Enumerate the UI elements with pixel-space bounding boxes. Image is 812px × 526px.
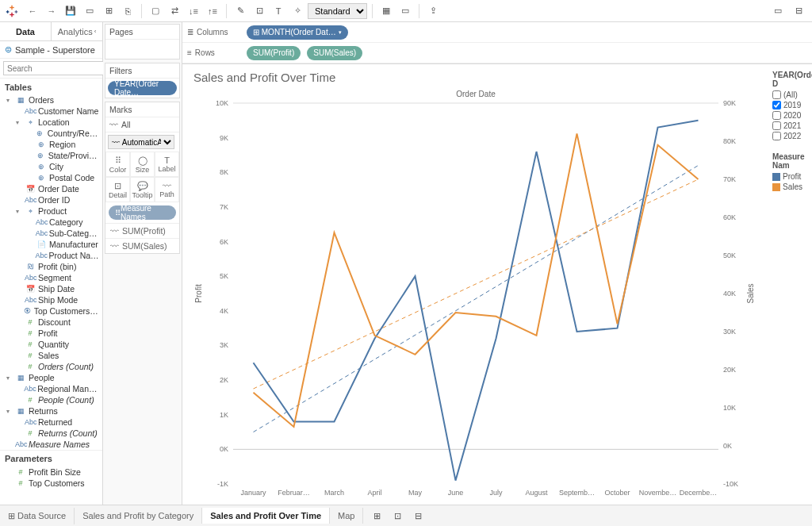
svg-text:Profit: Profit [194, 284, 203, 303]
field-profit-bin-[interactable]: ₪Profit (bin) [0, 261, 102, 272]
datasource-row[interactable]: ⊜ Sample - Superstore [0, 41, 102, 59]
filters-card[interactable]: Filters YEAR(Order Date… [105, 63, 180, 98]
field-postal-code[interactable]: ⊕Postal Code [0, 172, 102, 183]
field-sales[interactable]: #Sales [0, 350, 102, 361]
field-manufacturer[interactable]: 📄Manufacturer [0, 239, 102, 250]
marks-sum-sales[interactable]: 〰SUM(Sales) [105, 238, 179, 253]
year-checkbox-(All)[interactable]: (All) [772, 90, 810, 100]
field-product-name[interactable]: AbcProduct Name [0, 250, 102, 261]
mark-path[interactable]: 〰Path [155, 177, 179, 202]
field-ship-mode[interactable]: AbcShip Mode [0, 294, 102, 305]
save-button[interactable]: 💾 [62, 2, 79, 20]
field-order-id[interactable]: AbcOrder ID [0, 194, 102, 205]
swap-button[interactable]: ⇄ [166, 2, 183, 20]
field-quantity[interactable]: #Quantity [0, 339, 102, 350]
field-profit[interactable]: #Profit [0, 328, 102, 339]
pages-card[interactable]: Pages [105, 24, 180, 60]
new-story-button[interactable]: ⊟ [409, 507, 427, 524]
sheet-tab-map[interactable]: Map [330, 508, 363, 524]
share-button[interactable]: ⇪ [424, 2, 442, 20]
present-button[interactable]: ▭ [396, 2, 414, 20]
field-customer-name[interactable]: AbcCustomer Name [0, 106, 102, 117]
guide-button[interactable]: ▭ [769, 2, 787, 20]
field-city[interactable]: ⊕City [0, 161, 102, 172]
forward-button[interactable]: → [43, 2, 60, 20]
field-measure-names[interactable]: AbcMeasure Names [0, 439, 102, 450]
field-segment[interactable]: AbcSegment [0, 272, 102, 283]
field-region[interactable]: ⊕Region [0, 139, 102, 150]
mark-tooltip[interactable]: 💬Tooltip [130, 177, 155, 202]
highlight-button[interactable]: ✎ [232, 2, 249, 20]
sort-asc-button[interactable]: ↓≡ [185, 2, 202, 20]
field-returns[interactable]: ▾▦Returns [0, 405, 102, 417]
chart-title[interactable]: Sales and Profit Over Time [190, 69, 763, 87]
svg-text:7K: 7K [220, 203, 228, 211]
svg-text:90K: 90K [723, 99, 736, 107]
measure-names-pill[interactable]: ⠿ Measure Names [109, 205, 176, 220]
columns-pill-month[interactable]: ⊞ MONTH(Order Dat…▾ [247, 25, 348, 40]
param-profit-bin-size[interactable]: #Profit Bin Size [0, 466, 102, 478]
field-country-region[interactable]: ⊕Country/Region [0, 128, 102, 139]
chart-canvas[interactable]: Order Date-1K0K1K2K3K4K5K6K7K8K9K10K-10K… [190, 87, 761, 508]
showme-panel-button[interactable]: ⊟ [790, 2, 807, 20]
svg-text:10K: 10K [216, 99, 228, 107]
new-worksheet-button[interactable]: ⊞ [100, 2, 117, 20]
marks-type-select[interactable]: 〰 AutomaticAutomatic [108, 135, 174, 149]
back-button[interactable]: ← [24, 2, 41, 20]
field-orders-count-[interactable]: #Orders (Count) [0, 361, 102, 372]
param-top-customers[interactable]: #Top Customers [0, 478, 102, 489]
tab-data-source[interactable]: ⊞ Data Source [0, 508, 75, 524]
year-checkbox-2022[interactable]: 2022 [772, 131, 810, 141]
legend-panel: YEAR(Order D (All)2019202020212022 Measu… [771, 64, 812, 514]
field-ship-date[interactable]: 📅Ship Date [0, 283, 102, 294]
svg-text:6K: 6K [220, 238, 228, 246]
fit-select[interactable]: Standard [308, 3, 367, 19]
duplicate-button[interactable]: ⎘ [119, 2, 136, 20]
mark-size[interactable]: ◯Size [130, 152, 155, 177]
field-discount[interactable]: #Discount [0, 317, 102, 328]
mark-detail[interactable]: ⊡Detail [105, 177, 130, 202]
filter-pill-year[interactable]: YEAR(Order Date… [108, 81, 177, 95]
mark-color[interactable]: ⠿Color [105, 152, 130, 177]
field-location[interactable]: ▾⌖Location [0, 117, 102, 128]
field-people[interactable]: ▾▦People [0, 372, 102, 383]
field-order-date[interactable]: 📅Order Date [0, 183, 102, 194]
new-datasource-button[interactable]: ▭ [81, 2, 98, 20]
rows-pill-profit[interactable]: SUM(Profit) [247, 46, 301, 60]
group-button[interactable]: ⊡ [251, 2, 268, 20]
marks-all[interactable]: 〰All [105, 117, 179, 132]
sort-desc-button[interactable]: ↑≡ [204, 2, 221, 20]
marks-sum-profit[interactable]: 〰SUM(Profit) [105, 223, 179, 238]
field-sub-category[interactable]: AbcSub-Category [0, 228, 102, 239]
search-input[interactable] [3, 61, 120, 75]
sheet-tab-sales-and-profit-over-time[interactable]: Sales and Profit Over Time [202, 508, 330, 524]
labels-button[interactable]: T [270, 2, 287, 20]
year-checkbox-2019[interactable]: 2019 [772, 100, 810, 110]
showme-button[interactable]: ▦ [377, 2, 395, 20]
year-checkbox-2020[interactable]: 2020 [772, 110, 810, 121]
field-returns-count-[interactable]: #Returns (Count) [0, 428, 102, 439]
rows-pill-sales[interactable]: SUM(Sales) [307, 46, 362, 60]
field-returned[interactable]: AbcReturned [0, 417, 102, 428]
tab-analytics[interactable]: Analytics‹ [52, 22, 102, 40]
new-dashboard-button[interactable]: ⊡ [389, 507, 406, 524]
field-top-customers-by-pr-[interactable]: ⦿Top Customers by Pr… [0, 305, 102, 317]
field-regional-manager[interactable]: AbcRegional Manager [0, 383, 102, 394]
field-product[interactable]: ▾⌖Product [0, 205, 102, 217]
mark-label[interactable]: TLabel [155, 152, 179, 177]
field-people-count-[interactable]: #People (Count) [0, 394, 102, 405]
field-state-province[interactable]: ⊕State/Province [0, 150, 102, 161]
sheet-tab-sales-and-profit-by-category[interactable]: Sales and Profit by Category [75, 508, 202, 524]
field-orders[interactable]: ▾▦Orders [0, 94, 102, 106]
rows-shelf[interactable]: ≡Rows SUM(Profit) SUM(Sales) [182, 43, 812, 63]
field-category[interactable]: AbcCategory [0, 217, 102, 228]
tab-data[interactable]: Data [0, 22, 52, 40]
columns-shelf[interactable]: ≣Columns ⊞ MONTH(Order Dat…▾ [182, 22, 812, 43]
clear-button[interactable]: ▢ [147, 2, 164, 20]
year-checkbox-2021[interactable]: 2021 [772, 121, 810, 131]
pin-button[interactable]: ✧ [289, 2, 306, 20]
datasource-label: Sample - Superstore [15, 45, 95, 55]
new-sheet-button[interactable]: ⊞ [368, 507, 385, 524]
svg-text:Februar…: Februar… [278, 489, 310, 497]
measure-legend-title: Measure Nam [772, 151, 810, 171]
